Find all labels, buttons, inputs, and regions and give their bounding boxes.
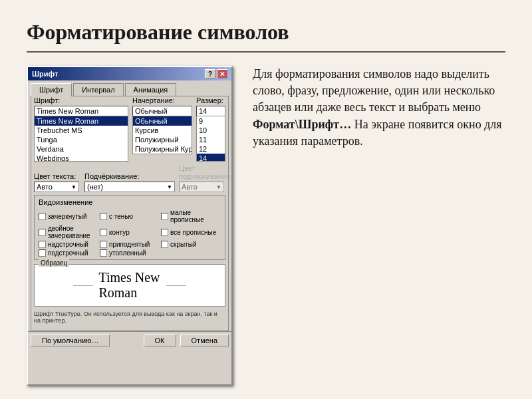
shadow-label: с тенью <box>109 213 133 220</box>
size-label: Размер: <box>196 96 225 104</box>
slide: Форматирование символов Шрифт ? ✕ Шрифт … <box>0 0 532 399</box>
effect-superscript: надстрочный <box>39 241 98 248</box>
titlebar-buttons: ? ✕ <box>205 69 227 78</box>
list-item[interactable]: Trebuchet MS <box>35 126 128 135</box>
subscript-checkbox[interactable] <box>39 249 46 257</box>
shadow-checkbox[interactable] <box>100 213 107 220</box>
color-value: Авто <box>37 183 53 191</box>
slide-title: Форматирование символов <box>27 20 505 45</box>
effects-section: Видоизменение зачеркнутый с тенью мал <box>34 195 225 260</box>
dialog-tab-content: Шрифт: Times New Roman Trebuchet MS Tung… <box>31 96 229 331</box>
effect-hidden: скрытый <box>161 241 221 248</box>
cancel-button[interactable]: Отмена <box>180 334 229 346</box>
preview-label: Образец <box>39 259 69 267</box>
font-input[interactable] <box>34 106 128 116</box>
outline-label: контур <box>109 229 130 236</box>
color-label: Цвет текста: <box>34 172 80 180</box>
outline-checkbox[interactable] <box>100 229 107 236</box>
divider <box>27 51 505 53</box>
close-button[interactable]: ✕ <box>217 69 227 78</box>
list-item[interactable]: Полужирный <box>133 135 192 144</box>
effect-outline: контур <box>100 225 160 239</box>
double-strikethrough-label: двойное зачеркивание <box>48 225 98 239</box>
preview-line-right <box>166 285 187 286</box>
superscript-checkbox[interactable] <box>39 241 46 248</box>
default-button[interactable]: По умолчанию… <box>31 334 110 346</box>
color-select[interactable]: Авто ▼ <box>34 182 79 192</box>
effect-raised: приподнятый <box>100 241 160 248</box>
font-style-size-row: Шрифт: Times New Roman Trebuchet MS Tung… <box>34 96 225 162</box>
help-button[interactable]: ? <box>205 69 215 78</box>
size-group: Размер: 9 10 11 12 14 <box>196 96 225 162</box>
dialog-title: Шрифт <box>32 70 58 78</box>
dialog-footer: По умолчанию… ОК Отмена <box>28 331 231 349</box>
font-label: Шрифт: <box>34 96 128 104</box>
list-item[interactable]: Times New Roman <box>35 116 128 126</box>
preview-content: Times New Roman <box>73 270 187 301</box>
dialog-tabs: Шрифт Интервал Анимация <box>28 80 231 96</box>
effect-small-caps: малые прописные <box>161 209 221 223</box>
effects-label: Видоизменение <box>39 198 221 206</box>
list-item[interactable]: Обычный <box>133 116 192 126</box>
superscript-label: надстрочный <box>48 241 88 248</box>
effect-all-caps: все прописные <box>161 225 221 239</box>
depressed-label: утопленный <box>109 249 146 257</box>
list-item[interactable]: Tunga <box>35 135 128 144</box>
description-text: Для форматирования символов надо выделит… <box>246 66 505 386</box>
strikethrough-checkbox[interactable] <box>39 213 46 220</box>
preview-line-left <box>73 285 94 286</box>
hidden-checkbox[interactable] <box>161 241 168 248</box>
color-underline-row: Цвет текста: Авто ▼ Подчёркивание: (нет)… <box>34 164 225 192</box>
hidden-label: скрытый <box>170 241 196 248</box>
font-list[interactable]: Times New Roman Trebuchet MS Tunga Verda… <box>34 116 128 162</box>
raised-checkbox[interactable] <box>100 241 107 248</box>
size-input[interactable] <box>196 106 225 116</box>
tab-font[interactable]: Шрифт <box>31 83 72 96</box>
ok-button[interactable]: ОК <box>144 334 176 346</box>
effect-strikethrough: зачеркнутый <box>39 209 98 223</box>
list-item[interactable]: Webdings <box>35 154 128 162</box>
list-item[interactable]: 12 <box>197 144 225 154</box>
small-caps-label: малые прописные <box>170 209 221 223</box>
underline-color-group: Цвет подчёркивания: Авто ▼ <box>179 164 225 192</box>
style-list[interactable]: Обычный Курсив Полужирный Полужирный Кур… <box>132 116 192 154</box>
depressed-checkbox[interactable] <box>100 249 107 257</box>
style-input[interactable] <box>132 106 192 116</box>
effect-depressed: утопленный <box>100 249 160 257</box>
list-item[interactable]: 14 <box>197 154 225 162</box>
preview-text: Times New Roman <box>93 270 166 301</box>
tab-interval[interactable]: Интервал <box>73 83 123 96</box>
truetype-note: Шрифт TrueType. Он используется для выво… <box>34 311 225 324</box>
list-item[interactable]: 11 <box>197 135 225 144</box>
underline-label: Подчёркивание: <box>84 172 175 180</box>
underline-arrow-icon: ▼ <box>167 184 172 190</box>
list-item[interactable]: 9 <box>197 116 225 126</box>
font-group: Шрифт: Times New Roman Trebuchet MS Tung… <box>34 96 128 162</box>
description-part1: Для форматирования символов надо выделит… <box>253 67 495 114</box>
list-item[interactable]: 10 <box>197 126 225 135</box>
raised-label: приподнятый <box>109 241 150 248</box>
size-list[interactable]: 9 10 11 12 14 <box>196 116 225 162</box>
list-item[interactable]: Полужирный Курсив <box>133 144 192 154</box>
underline-color-select[interactable]: Авто ▼ <box>179 182 224 192</box>
small-caps-checkbox[interactable] <box>161 213 168 220</box>
all-caps-checkbox[interactable] <box>161 229 168 236</box>
strikethrough-label: зачеркнутый <box>48 213 87 220</box>
list-item[interactable]: Курсив <box>133 126 192 135</box>
preview-box: Образец Times New Roman <box>34 264 225 307</box>
tab-animation[interactable]: Анимация <box>125 83 177 96</box>
dialog-titlebar: Шрифт ? ✕ <box>28 67 231 80</box>
effects-grid: зачеркнутый с тенью малые прописные <box>39 209 221 257</box>
subscript-label: подстрочный <box>48 249 88 257</box>
effect-subscript: подстрочный <box>39 249 98 257</box>
all-caps-label: все прописные <box>170 229 216 236</box>
list-item[interactable]: Verdana <box>35 144 128 154</box>
effect-shadow: с тенью <box>100 209 160 223</box>
double-strikethrough-checkbox[interactable] <box>39 229 46 236</box>
underline-value: (нет) <box>87 183 103 191</box>
underline-select[interactable]: (нет) ▼ <box>84 182 175 192</box>
style-group: Начертание: Обычный Курсив Полужирный По… <box>132 96 192 162</box>
underline-color-label: Цвет подчёркивания: <box>179 164 225 180</box>
description-menu-ref: Формат\Шрифт… <box>253 118 351 131</box>
text-color-group: Цвет текста: Авто ▼ <box>34 172 80 192</box>
